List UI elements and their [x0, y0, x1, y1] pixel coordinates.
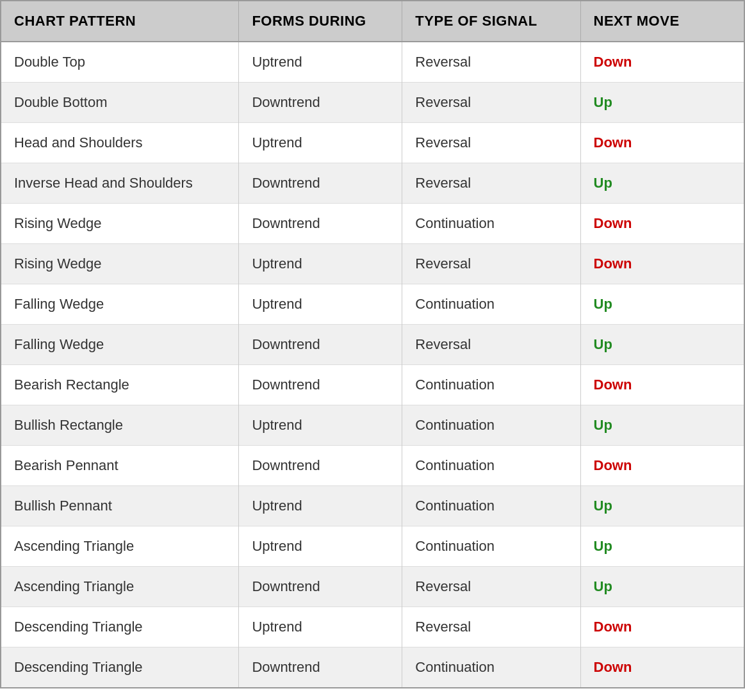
table-row: Descending TriangleDowntrendContinuation…	[1, 647, 744, 688]
cell-next-move: Up	[580, 567, 744, 607]
cell-signal-type: Reversal	[402, 244, 580, 284]
cell-pattern: Rising Wedge	[1, 204, 239, 244]
next-move-value: Up	[594, 417, 612, 433]
next-move-value: Up	[594, 538, 612, 554]
header-next-move: NEXT MOVE	[580, 1, 744, 42]
table-row: Falling WedgeUptrendContinuationUp	[1, 284, 744, 325]
cell-forms-during: Uptrend	[239, 486, 402, 526]
cell-forms-during: Downtrend	[239, 446, 402, 486]
cell-forms-during: Uptrend	[239, 405, 402, 446]
cell-forms-during: Downtrend	[239, 204, 402, 244]
cell-next-move: Up	[580, 486, 744, 526]
cell-pattern: Descending Triangle	[1, 647, 239, 688]
cell-signal-type: Reversal	[402, 567, 580, 607]
cell-forms-during: Downtrend	[239, 325, 402, 365]
header-chart-pattern: CHART PATTERN	[1, 1, 239, 42]
table-row: Ascending TriangleUptrendContinuationUp	[1, 526, 744, 567]
table-row: Head and ShouldersUptrendReversalDown	[1, 123, 744, 163]
cell-forms-during: Uptrend	[239, 123, 402, 163]
table-row: Falling WedgeDowntrendReversalUp	[1, 325, 744, 365]
next-move-value: Up	[594, 578, 612, 594]
cell-pattern: Bullish Pennant	[1, 486, 239, 526]
cell-forms-during: Downtrend	[239, 647, 402, 688]
cell-signal-type: Continuation	[402, 446, 580, 486]
cell-pattern: Descending Triangle	[1, 607, 239, 647]
table-header-row: CHART PATTERN FORMS DURING TYPE OF SIGNA…	[1, 1, 744, 42]
cell-next-move: Up	[580, 526, 744, 567]
cell-signal-type: Continuation	[402, 365, 580, 405]
cell-next-move: Down	[580, 607, 744, 647]
cell-next-move: Down	[580, 647, 744, 688]
table-row: Rising WedgeUptrendReversalDown	[1, 244, 744, 284]
cell-signal-type: Continuation	[402, 526, 580, 567]
next-move-value: Down	[594, 619, 632, 635]
header-forms-during: FORMS DURING	[239, 1, 402, 42]
cell-forms-during: Downtrend	[239, 567, 402, 607]
cell-signal-type: Continuation	[402, 204, 580, 244]
next-move-value: Down	[594, 256, 632, 272]
cell-next-move: Up	[580, 325, 744, 365]
cell-pattern: Head and Shoulders	[1, 123, 239, 163]
cell-next-move: Down	[580, 123, 744, 163]
table-row: Bullish PennantUptrendContinuationUp	[1, 486, 744, 526]
next-move-value: Down	[594, 659, 632, 675]
cell-forms-during: Downtrend	[239, 83, 402, 123]
cell-pattern: Ascending Triangle	[1, 567, 239, 607]
next-move-value: Down	[594, 134, 632, 151]
cell-next-move: Down	[580, 42, 744, 83]
header-type-of-signal: TYPE OF SIGNAL	[402, 1, 580, 42]
table-row: Bearish RectangleDowntrendContinuationDo…	[1, 365, 744, 405]
table-row: Ascending TriangleDowntrendReversalUp	[1, 567, 744, 607]
cell-signal-type: Continuation	[402, 405, 580, 446]
next-move-value: Up	[594, 336, 612, 352]
cell-pattern: Ascending Triangle	[1, 526, 239, 567]
table-row: Inverse Head and ShouldersDowntrendRever…	[1, 163, 744, 204]
table-body: Double TopUptrendReversalDownDouble Bott…	[1, 42, 744, 687]
cell-forms-during: Uptrend	[239, 526, 402, 567]
cell-next-move: Up	[580, 83, 744, 123]
cell-next-move: Up	[580, 284, 744, 325]
cell-forms-during: Uptrend	[239, 244, 402, 284]
cell-next-move: Down	[580, 204, 744, 244]
next-move-value: Down	[594, 457, 632, 473]
cell-pattern: Double Bottom	[1, 83, 239, 123]
cell-pattern: Falling Wedge	[1, 325, 239, 365]
next-move-value: Up	[594, 296, 612, 312]
cell-signal-type: Continuation	[402, 647, 580, 688]
cell-next-move: Down	[580, 244, 744, 284]
cell-pattern: Inverse Head and Shoulders	[1, 163, 239, 204]
next-move-value: Up	[594, 175, 612, 191]
chart-pattern-table: CHART PATTERN FORMS DURING TYPE OF SIGNA…	[0, 0, 745, 688]
cell-signal-type: Reversal	[402, 325, 580, 365]
cell-forms-during: Uptrend	[239, 607, 402, 647]
cell-signal-type: Reversal	[402, 607, 580, 647]
cell-signal-type: Continuation	[402, 486, 580, 526]
table-row: Bearish PennantDowntrendContinuationDown	[1, 446, 744, 486]
table-row: Double BottomDowntrendReversalUp	[1, 83, 744, 123]
cell-signal-type: Reversal	[402, 163, 580, 204]
cell-pattern: Rising Wedge	[1, 244, 239, 284]
next-move-value: Down	[594, 54, 632, 70]
next-move-value: Up	[594, 498, 612, 514]
cell-forms-during: Downtrend	[239, 163, 402, 204]
cell-signal-type: Continuation	[402, 284, 580, 325]
cell-signal-type: Reversal	[402, 123, 580, 163]
table-row: Bullish RectangleUptrendContinuationUp	[1, 405, 744, 446]
cell-next-move: Down	[580, 446, 744, 486]
next-move-value: Down	[594, 377, 632, 393]
cell-signal-type: Reversal	[402, 83, 580, 123]
cell-pattern: Bearish Rectangle	[1, 365, 239, 405]
next-move-value: Down	[594, 215, 632, 231]
table-row: Rising WedgeDowntrendContinuationDown	[1, 204, 744, 244]
cell-pattern: Bullish Rectangle	[1, 405, 239, 446]
cell-pattern: Bearish Pennant	[1, 446, 239, 486]
cell-next-move: Down	[580, 365, 744, 405]
cell-next-move: Up	[580, 163, 744, 204]
cell-forms-during: Uptrend	[239, 42, 402, 83]
cell-forms-during: Uptrend	[239, 284, 402, 325]
cell-pattern: Falling Wedge	[1, 284, 239, 325]
cell-forms-during: Downtrend	[239, 365, 402, 405]
table-row: Double TopUptrendReversalDown	[1, 42, 744, 83]
table-row: Descending TriangleUptrendReversalDown	[1, 607, 744, 647]
next-move-value: Up	[594, 94, 612, 110]
